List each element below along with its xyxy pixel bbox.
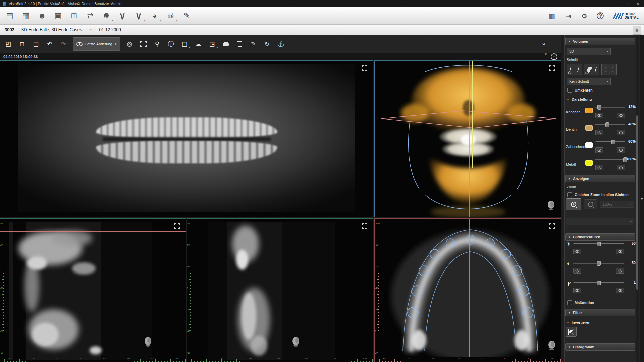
tissue-color-swatch[interactable] <box>585 108 593 113</box>
layout-view-icon[interactable]: ◫ <box>30 38 42 50</box>
same-zoom-checkbox[interactable] <box>567 192 572 197</box>
head-orientation-icon[interactable] <box>144 337 152 347</box>
slider-thumb[interactable] <box>597 261 601 266</box>
tooth-icon[interactable]: ▾ <box>99 9 114 23</box>
slice-plane-eye-button[interactable] <box>567 64 582 75</box>
tissue-color-swatch[interactable] <box>585 160 593 166</box>
axial-view[interactable]: -100-80-60-40-20020 -80-60-40-200204060 <box>374 218 561 362</box>
pin-view-icon[interactable]: ⚓ <box>274 38 287 50</box>
head-orientation-icon[interactable] <box>291 337 300 347</box>
jaw-arch-icon[interactable]: ∨ <box>115 9 130 23</box>
zoom-in-button[interactable] <box>566 198 581 210</box>
zoom-out-button[interactable] <box>584 199 597 209</box>
volume-mode-select[interactable]: 3D ▾ <box>567 48 611 55</box>
massmodus-checkbox[interactable] <box>567 300 572 305</box>
sagittal-image[interactable] <box>0 219 186 362</box>
opacity-slider[interactable] <box>595 107 625 108</box>
section-invertieren[interactable]: ▼ Invertieren <box>567 320 590 324</box>
volume-render[interactable] <box>375 61 561 217</box>
settings-sync-icon[interactable]: ⚙ <box>577 9 592 23</box>
help-icon[interactable]: ? <box>593 9 608 23</box>
sidebar-scrollbar[interactable] <box>636 35 639 362</box>
opacity-slider[interactable] <box>595 141 625 142</box>
report-icon[interactable]: ▤ ▾ <box>178 38 191 50</box>
correction-slider[interactable] <box>573 263 624 264</box>
eye-mini-button[interactable] <box>617 165 625 170</box>
axial-plane-line[interactable] <box>0 231 186 232</box>
logout-icon[interactable]: ⇥ <box>560 9 576 23</box>
capture-icon[interactable]: ◰ <box>2 38 15 50</box>
slider-thumb[interactable] <box>611 140 615 144</box>
head-orientation-icon[interactable] <box>547 200 555 210</box>
panorama-image[interactable] <box>18 64 355 212</box>
correction-slider[interactable] <box>573 282 624 283</box>
skull-jaw-icon[interactable]: ☠ ▾ <box>163 9 178 23</box>
eye-mini-button[interactable] <box>595 130 603 135</box>
tissue-color-swatch[interactable] <box>585 142 593 148</box>
tissue-color-swatch[interactable] <box>585 125 593 131</box>
print-icon[interactable] <box>219 38 232 50</box>
new-record-icon[interactable]: ⊞ <box>66 9 82 23</box>
fullscreen-icon[interactable] <box>549 65 555 71</box>
head-profile-icon[interactable]: ◕ ▾ <box>147 9 162 23</box>
axial-image[interactable] <box>379 219 560 357</box>
eye-mini-button[interactable] <box>617 113 625 118</box>
eye-mini-button[interactable] <box>616 268 624 274</box>
eye-mini-button[interactable] <box>616 249 624 254</box>
toolbar-expand-button[interactable]: » <box>540 40 547 48</box>
fullscreen-icon[interactable] <box>362 223 367 229</box>
eye-mini-button[interactable] <box>595 113 603 118</box>
eye-mini-button[interactable] <box>595 147 603 153</box>
cloud-import-icon[interactable]: ☁ <box>192 38 205 50</box>
eye-mini-button[interactable] <box>573 288 581 293</box>
close-button[interactable]: ✕ <box>637 2 639 6</box>
cross-section-image[interactable] <box>187 219 373 362</box>
scrollbar-thumb[interactable] <box>636 115 638 290</box>
jaw-arch-alt-icon[interactable]: ∨ ▾ <box>131 9 146 23</box>
opacity-slider[interactable] <box>595 124 625 125</box>
minimize-button[interactable]: ─ <box>617 2 620 6</box>
slider-thumb[interactable] <box>605 122 609 127</box>
eye-mini-button[interactable] <box>616 288 624 293</box>
open-external-icon[interactable]: ↗ <box>541 55 546 59</box>
section-histogramm[interactable]: ▼ Histogramm <box>565 343 635 351</box>
undo-icon[interactable]: ↶ <box>43 38 56 50</box>
rotate-view-icon[interactable]: ↻ <box>261 38 273 50</box>
section-bildkorrekturen[interactable]: ▼ Bildkorrekturen <box>565 233 635 241</box>
sagittal-view[interactable]: 40200-20-40-60-80 -40-20020406080100 <box>0 218 186 362</box>
vistabox-icon[interactable]: ▥ <box>544 9 560 23</box>
export-view-icon[interactable]: ◳ ▾ <box>206 38 218 50</box>
fullscreen-icon[interactable] <box>174 223 180 229</box>
pen-icon[interactable]: ✎ <box>179 9 195 23</box>
volume-3d-view[interactable] <box>374 60 561 217</box>
slice-type-select[interactable]: Kein Schnitt ▾ <box>567 78 611 85</box>
fullscreen-icon[interactable] <box>549 223 555 229</box>
redo-icon[interactable]: ↷ <box>57 38 70 50</box>
slice-halfplane-eye-button[interactable] <box>584 64 599 75</box>
umkehren-checkbox[interactable] <box>567 88 572 93</box>
invert-image-button[interactable] <box>566 327 577 337</box>
eye-mini-button[interactable] <box>595 165 603 170</box>
patient-icon[interactable]: ☻ <box>34 9 50 23</box>
slider-thumb[interactable] <box>597 281 601 285</box>
section-volumen[interactable]: ▼ Volumen <box>565 38 635 45</box>
eye-mini-button[interactable] <box>617 130 625 135</box>
edit-image-icon[interactable]: ✎ <box>247 38 260 50</box>
eye-mini-button[interactable] <box>573 249 581 254</box>
grid-view-icon[interactable]: ⊞ <box>16 38 29 50</box>
panorama-view[interactable] <box>0 60 373 217</box>
head-orientation-icon[interactable] <box>547 340 556 350</box>
opacity-slider[interactable] <box>595 159 625 160</box>
import-export-icon[interactable]: ⇄ <box>83 9 98 23</box>
panel-expand-arrow[interactable]: ▶ <box>641 197 643 200</box>
close-series-icon[interactable]: ✕ <box>551 53 557 60</box>
cross-section-view[interactable]: 6040200-20-40-60 020406080100120 <box>187 218 373 362</box>
tag-pin-icon[interactable]: ⚲ <box>151 38 163 50</box>
delete-icon[interactable] <box>233 38 246 50</box>
slider-thumb[interactable] <box>597 105 601 110</box>
patient-avatar[interactable]: ☻ <box>633 26 641 35</box>
slice-position-line[interactable] <box>154 61 154 217</box>
select-region-icon[interactable] <box>137 38 150 50</box>
eye-mini-button[interactable] <box>573 268 581 274</box>
image-library-icon[interactable]: ▦ <box>18 9 34 23</box>
